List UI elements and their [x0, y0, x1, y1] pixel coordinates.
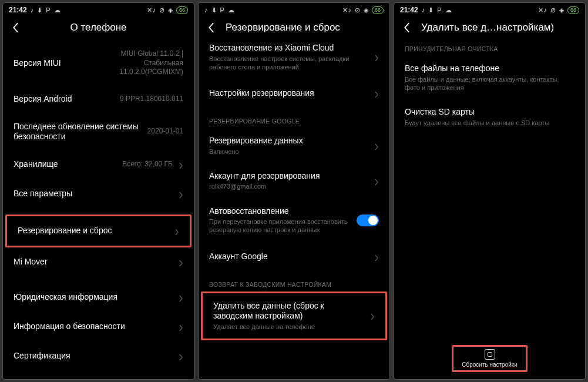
cloud-icon: ☁ — [228, 6, 234, 14]
value: MIUI Global 11.0.2 | Стабильная 11.0.2.0… — [101, 49, 183, 77]
cloud-icon: ☁ — [445, 6, 452, 14]
row-xiaomi-cloud-restore[interactable]: Восстановление из Xiaomi Cloud Восстанов… — [199, 42, 389, 79]
status-bar: ♪ ⬇ P ☁ ✕♪ ⊘ ◈ 66 — [199, 3, 389, 16]
battery-indicator: 66 — [567, 6, 579, 14]
value: Всего: 32,00 ГБ — [122, 160, 173, 169]
download-icon: ⬇ — [211, 6, 217, 14]
tiktok-icon: ♪ — [31, 6, 34, 14]
row-safety-info[interactable]: Информация о безопасности — [3, 312, 194, 341]
chevron-right-icon — [374, 253, 379, 260]
label: Очистка SD карты — [405, 107, 574, 118]
label: Версия MIUI — [14, 58, 95, 69]
page-title: О телефоне — [10, 22, 187, 33]
value: 9 PPR1.180610.011 — [120, 95, 183, 104]
label: Сертификация — [14, 351, 173, 361]
battery-indicator: 66 — [372, 6, 384, 14]
status-bar: 21:42 ♪ ⬇ P ☁ ✕♪ ⊘ ◈ 66 — [3, 3, 194, 16]
battery-indicator: 66 — [176, 6, 188, 14]
tiktok-icon: ♪ — [204, 6, 208, 14]
chevron-right-icon — [179, 323, 183, 330]
highlight-erase-all: Удалить все данные (сброс к заводским на… — [201, 291, 387, 340]
back-button[interactable] — [206, 22, 216, 33]
label: Настройки резервирования — [209, 88, 368, 99]
notification-p-icon: P — [220, 6, 224, 14]
tiktok-icon: ♪ — [422, 6, 425, 14]
chevron-right-icon — [179, 161, 183, 168]
auto-restore-toggle[interactable] — [357, 215, 379, 226]
clock: 21:42 — [9, 6, 27, 14]
sublabel: Все файлы и данные, включая аккаунты, ко… — [405, 75, 574, 92]
highlight-backup-reset: Резервирование и сброс — [5, 215, 191, 247]
row-erase-all-data[interactable]: Удалить все данные (сброс к заводским на… — [203, 293, 385, 339]
label: Аккаунт для резервирования — [209, 171, 368, 182]
no-sim-icon: ⊘ — [159, 6, 164, 14]
reset-settings-button[interactable]: Сбросить настройки — [462, 349, 518, 368]
reset-label: Сбросить настройки — [462, 361, 518, 368]
label: Все параметры — [14, 189, 173, 199]
row-certification[interactable]: Сертификация — [3, 341, 194, 371]
screen-about-phone: 21:42 ♪ ⬇ P ☁ ✕♪ ⊘ ◈ 66 О телефоне Верси… — [2, 2, 194, 380]
row-backup-account[interactable]: Аккаунт для резервирования rolk473@gmail… — [199, 163, 389, 199]
screen-backup-reset: ♪ ⬇ P ☁ ✕♪ ⊘ ◈ 66 Резервирование и сброс… — [198, 2, 390, 380]
wifi-icon: ◈ — [168, 6, 173, 14]
mute-icon: ✕♪ — [147, 6, 156, 14]
page-title: Удалить все д…настройкам) — [421, 22, 578, 33]
chevron-right-icon — [370, 312, 375, 319]
row-clean-sd-card[interactable]: Очистка SD карты Будут удалены все файлы… — [394, 99, 585, 135]
label: Mi Mover — [14, 257, 173, 267]
row-auto-restore[interactable]: Автовосстановление При переустановке при… — [199, 199, 389, 242]
row-security-patch[interactable]: Последнее обновление системы безопасност… — [3, 114, 194, 150]
section-header-google: РЕЗЕРВИРОВАНИЕ GOOGLE — [199, 108, 389, 128]
sublabel: rolk473@gmail.com — [209, 182, 368, 190]
row-data-backup[interactable]: Резервирование данных Включено — [199, 128, 389, 163]
mute-icon: ✕♪ — [342, 6, 351, 14]
back-button[interactable] — [401, 22, 412, 33]
sublabel: Восстановление настроек системы, расклад… — [209, 55, 368, 72]
section-header-force-clean: ПРИНУДИТЕЛЬНАЯ ОЧИСТКА — [394, 42, 585, 56]
label: Юридическая информация — [14, 292, 173, 303]
download-icon: ⬇ — [428, 6, 434, 14]
label: Хранилище — [14, 159, 116, 170]
status-bar: 21:42 ♪ ⬇ P ☁ ✕♪ ⊘ ◈ 66 — [394, 3, 585, 16]
row-backup-settings[interactable]: Настройки резервирования — [199, 79, 389, 108]
clock: 21:42 — [400, 6, 418, 14]
row-storage[interactable]: Хранилище Всего: 32,00 ГБ — [3, 150, 194, 179]
row-google-account[interactable]: Аккаунт Google — [199, 242, 389, 272]
cloud-icon: ☁ — [54, 6, 61, 14]
label: Удалить все данные (сброс к заводским на… — [213, 301, 364, 321]
chevron-right-icon — [174, 227, 179, 234]
chevron-right-icon — [179, 294, 183, 301]
chevron-right-icon — [374, 53, 379, 61]
highlight-reset-button: Сбросить настройки — [452, 345, 527, 372]
screen-erase-all-data: 21:42 ♪ ⬇ P ☁ ✕♪ ⊘ ◈ 66 Удалить все д…на… — [394, 2, 586, 380]
label: Аккаунт Google — [209, 252, 368, 262]
label: Автовосстановление — [209, 206, 351, 217]
chevron-right-icon — [179, 190, 183, 197]
row-mi-mover[interactable]: Mi Mover — [3, 247, 194, 277]
section-header-factory: ВОЗВРАТ К ЗАВОДСКИМ НАСТРОЙКАМ — [199, 272, 389, 291]
wifi-icon: ◈ — [559, 6, 564, 14]
page-title: Резервирование и сброс — [226, 22, 382, 33]
no-sim-icon: ⊘ — [355, 6, 360, 14]
label: Последнее обновление системы безопасност… — [14, 122, 142, 142]
row-backup-reset[interactable]: Резервирование и сброс — [7, 216, 190, 246]
sublabel: При переустановке приложения восстановит… — [209, 217, 351, 234]
label: Резервирование данных — [209, 136, 368, 146]
label: Резервирование и сброс — [18, 226, 169, 236]
chevron-right-icon — [374, 177, 379, 185]
download-icon: ⬇ — [37, 6, 42, 14]
row-legal-info[interactable]: Юридическая информация — [3, 283, 194, 312]
label: Восстановление из Xiaomi Cloud — [209, 43, 368, 53]
row-android-version[interactable]: Версия Android 9 PPR1.180610.011 — [3, 85, 194, 114]
wifi-icon: ◈ — [364, 6, 368, 14]
label: Все файлы на телефоне — [405, 63, 574, 74]
sublabel: Будут удалены все файлы и данные с SD ка… — [405, 119, 574, 127]
sublabel: Удаляет все данные на телефоне — [213, 323, 364, 331]
no-sim-icon: ⊘ — [550, 6, 556, 14]
row-all-params[interactable]: Все параметры — [3, 179, 194, 209]
label: Версия Android — [14, 94, 114, 105]
sublabel: Включено — [209, 148, 368, 156]
value: 2020-01-01 — [147, 127, 183, 136]
row-all-files-phone[interactable]: Все файлы на телефоне Все файлы и данные… — [394, 56, 585, 99]
row-miui-version[interactable]: Версия MIUI MIUI Global 11.0.2 | Стабиль… — [3, 42, 194, 85]
